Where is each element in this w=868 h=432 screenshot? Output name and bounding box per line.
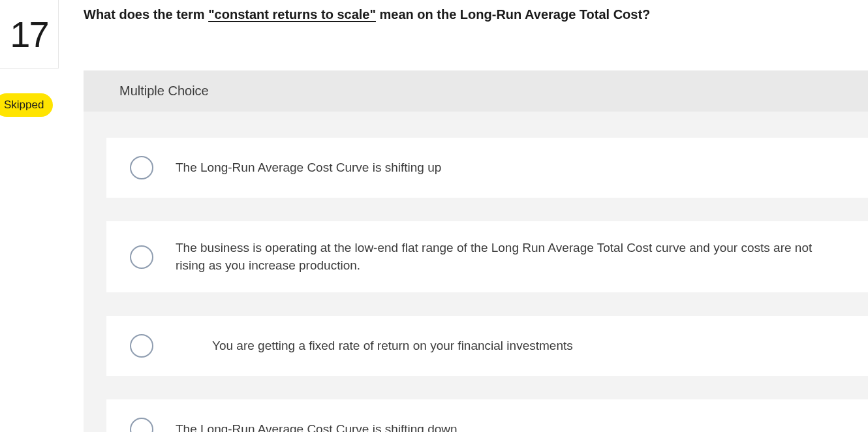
radio-icon[interactable] bbox=[130, 156, 153, 179]
content-area: What does the term "constant returns to … bbox=[84, 5, 868, 432]
option[interactable]: The business is operating at the low-end… bbox=[106, 221, 868, 292]
question-text-underlined: "constant returns to scale" bbox=[208, 7, 376, 22]
question-number: 17 bbox=[10, 13, 48, 55]
status-badge: Skipped bbox=[0, 93, 53, 117]
option[interactable]: The Long-Run Average Cost Curve is shift… bbox=[106, 138, 868, 198]
radio-icon[interactable] bbox=[130, 418, 153, 432]
question-type-label: Multiple Choice bbox=[84, 70, 868, 112]
options-list: The Long-Run Average Cost Curve is shift… bbox=[84, 112, 868, 432]
option-text: The business is operating at the low-end… bbox=[176, 239, 845, 274]
option-text: The Long-Run Average Cost Curve is shift… bbox=[176, 159, 845, 177]
question-text: What does the term "constant returns to … bbox=[84, 5, 868, 23]
radio-icon[interactable] bbox=[130, 334, 153, 358]
answer-panel: Multiple Choice The Long-Run Average Cos… bbox=[84, 70, 868, 432]
question-text-after: mean on the Long-Run Average Total Cost? bbox=[376, 7, 650, 22]
radio-icon[interactable] bbox=[130, 245, 153, 269]
left-column: 17 Skipped bbox=[0, 0, 59, 69]
option[interactable]: You are getting a fixed rate of return o… bbox=[106, 316, 868, 376]
question-number-box: 17 bbox=[0, 0, 59, 69]
question-text-before: What does the term bbox=[84, 7, 208, 22]
option[interactable]: The Long-Run Average Cost Curve is shift… bbox=[106, 399, 868, 432]
option-text: You are getting a fixed rate of return o… bbox=[176, 337, 845, 355]
option-text: The Long-Run Average Cost Curve is shift… bbox=[176, 421, 845, 432]
